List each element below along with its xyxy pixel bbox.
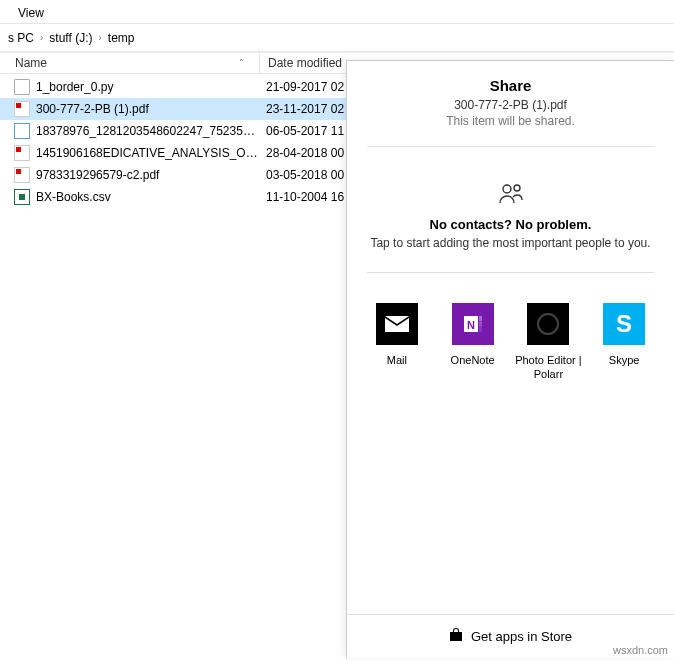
pdf-file-icon — [14, 167, 30, 183]
sort-asc-icon: ˄ — [239, 58, 244, 68]
watermark: wsxdn.com — [613, 644, 668, 656]
chevron-right-icon: › — [96, 32, 103, 43]
column-name[interactable]: Name ˄ — [0, 53, 260, 73]
file-date: 21-09-2017 02 — [258, 80, 344, 94]
file-date: 23-11-2017 02 — [258, 102, 344, 116]
share-filename: 300-777-2-PB (1).pdf — [357, 98, 664, 112]
app-onenote[interactable]: N OneNote — [437, 303, 509, 382]
file-date: 06-05-2017 11 — [258, 124, 344, 138]
share-panel: Share 300-777-2-PB (1).pdf This item wil… — [346, 60, 674, 658]
pdf-file-icon — [14, 145, 30, 161]
file-name: 18378976_1281203548602247_75235487_o... — [36, 124, 258, 138]
doc-file-icon — [14, 123, 30, 139]
file-name: BX-Books.csv — [36, 190, 258, 204]
divider — [367, 146, 654, 147]
share-header: Share 300-777-2-PB (1).pdf This item wil… — [347, 61, 674, 140]
menubar: View — [0, 0, 674, 24]
file-name: 1451906168EDICATIVE_ANALYSIS_OF_DIA... — [36, 146, 258, 160]
py-file-icon — [14, 79, 30, 95]
file-name: 300-777-2-PB (1).pdf — [36, 102, 258, 116]
svg-rect-6 — [479, 322, 482, 327]
store-icon — [449, 628, 463, 645]
app-label: Skype — [588, 353, 660, 381]
svg-point-0 — [503, 185, 511, 193]
share-title: Share — [357, 77, 664, 94]
people-icon — [359, 183, 662, 211]
app-label: Photo Editor | Polarr — [512, 353, 584, 382]
share-note: This item will be shared. — [357, 114, 664, 128]
file-date: 28-04-2018 00 — [258, 146, 344, 160]
chevron-right-icon: › — [38, 32, 45, 43]
crumb-pc[interactable]: s PC — [4, 31, 38, 45]
app-label: Mail — [361, 353, 433, 381]
file-name: 1_border_0.py — [36, 80, 258, 94]
contacts-section[interactable]: No contacts? No problem. Tap to start ad… — [347, 153, 674, 266]
contacts-text: Tap to start adding the most important p… — [359, 236, 662, 250]
file-date: 03-05-2018 00 — [258, 168, 344, 182]
svg-rect-5 — [479, 316, 482, 321]
breadcrumb: s PC › stuff (J:) › temp — [0, 24, 674, 52]
svg-text:N: N — [467, 319, 475, 331]
polarr-icon — [527, 303, 569, 345]
pdf-file-icon — [14, 101, 30, 117]
store-label: Get apps in Store — [471, 629, 572, 644]
crumb-folder[interactable]: temp — [104, 31, 139, 45]
contacts-title: No contacts? No problem. — [359, 217, 662, 232]
divider — [367, 272, 654, 273]
svg-rect-7 — [479, 327, 482, 332]
crumb-drive[interactable]: stuff (J:) — [45, 31, 96, 45]
file-date: 11-10-2004 16 — [258, 190, 344, 204]
app-mail[interactable]: Mail — [361, 303, 433, 382]
app-polarr[interactable]: Photo Editor | Polarr — [512, 303, 584, 382]
svg-point-1 — [514, 185, 520, 191]
share-apps: Mail N OneNote Photo Editor | Polarr S S… — [347, 279, 674, 392]
svg-point-8 — [538, 314, 558, 334]
file-name: 9783319296579-c2.pdf — [36, 168, 258, 182]
app-skype[interactable]: S Skype — [588, 303, 660, 382]
csv-file-icon — [14, 189, 30, 205]
mail-icon — [376, 303, 418, 345]
menu-view[interactable]: View — [12, 4, 50, 22]
app-label: OneNote — [437, 353, 509, 381]
onenote-icon: N — [452, 303, 494, 345]
column-name-label: Name — [15, 56, 47, 70]
skype-icon: S — [603, 303, 645, 345]
